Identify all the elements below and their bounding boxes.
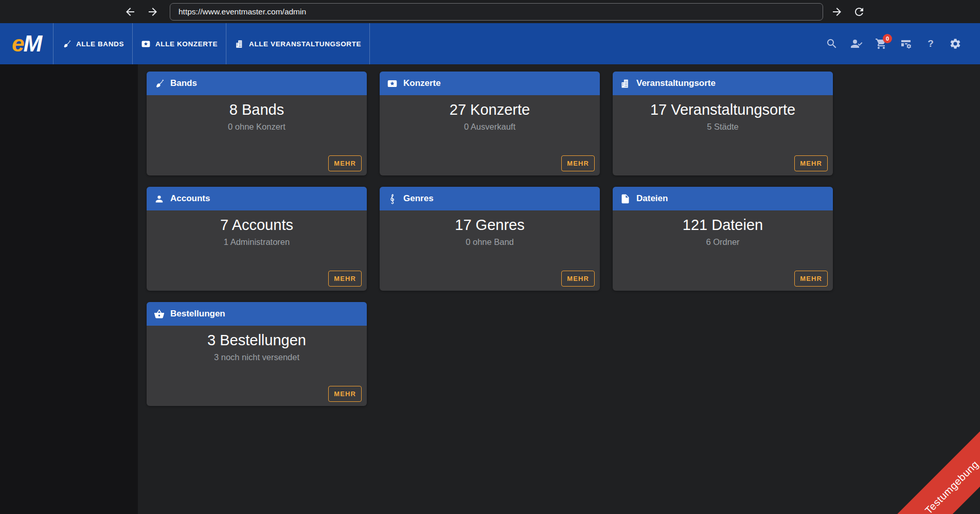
card-header-accounts: Accounts — [147, 187, 367, 210]
table-settings-icon — [900, 38, 912, 50]
cart-count-badge: 0 — [883, 34, 892, 43]
dashboard-cards-grid: Bands8 Bands0 ohne KonzertMEHRKonzerte27… — [147, 72, 833, 406]
treble-clef-icon — [387, 193, 398, 204]
dashboard-card-bands: Bands8 Bands0 ohne KonzertMEHR — [147, 72, 367, 175]
genres-mehr-button[interactable]: MEHR — [561, 271, 595, 287]
browser-forward-button[interactable] — [146, 5, 159, 19]
card-header-veranstaltungsorte: Veranstaltungsorte — [613, 72, 833, 95]
ticket-star-icon — [141, 39, 151, 49]
card-header-label: Veranstaltungsorte — [636, 78, 716, 88]
dashboard-card-genres: Genres17 Genres0 ohne BandMEHR — [380, 187, 600, 291]
card-header-bands: Bands — [147, 72, 367, 95]
navbar-item-label: ALLE VERANSTALTUNGSORTE — [249, 40, 361, 48]
browser-toolbar: https://www.eventmaster.com/admin — [0, 0, 980, 23]
navbar-item-label: ALLE BANDS — [76, 40, 124, 48]
dashboard-card-konzerte: Konzerte27 Konzerte0 AusverkauftMEHR — [380, 72, 600, 175]
dashboard-content: Bands8 Bands0 ohne KonzertMEHRKonzerte27… — [0, 64, 980, 514]
help-button[interactable]: ? — [924, 38, 937, 50]
card-subtitle: 3 noch nicht versendet — [147, 352, 367, 362]
dashboard-card-veranstaltungsorte: Veranstaltungsorte17 Veranstaltungsorte5… — [613, 72, 833, 175]
veranstaltungsorte-mehr-button[interactable]: MEHR — [794, 155, 828, 171]
navbar-actions: 0? — [826, 23, 961, 64]
card-subtitle: 0 ohne Band — [380, 237, 600, 247]
card-header-bestellungen: Bestellungen — [147, 302, 367, 326]
city-icon — [620, 78, 631, 89]
card-title: 17 Genres — [380, 217, 600, 234]
search-button[interactable] — [826, 38, 838, 50]
navbar-items: ALLE BANDSALLE KONZERTEALLE VERANSTALTUN… — [53, 23, 370, 64]
card-header-label: Dateien — [636, 193, 668, 204]
settings-icon — [949, 38, 961, 50]
ticket-star-icon — [387, 78, 398, 89]
basket-icon — [154, 309, 165, 320]
bands-mehr-button[interactable]: MEHR — [328, 155, 362, 171]
card-header-label: Bestellungen — [170, 309, 225, 319]
card-header-label: Bands — [170, 78, 197, 88]
arrow-right-icon — [831, 6, 843, 18]
cart-button[interactable]: 0 — [875, 38, 887, 50]
card-subtitle: 5 Städte — [613, 122, 833, 132]
bestellungen-mehr-button[interactable]: MEHR — [328, 386, 362, 402]
search-icon — [826, 38, 838, 50]
navbar-item-alle-bands[interactable]: ALLE BANDS — [53, 23, 132, 64]
card-subtitle: 6 Ordner — [613, 237, 833, 247]
navbar-item-alle-veranstaltungsorte[interactable]: ALLE VERANSTALTUNGSORTE — [226, 23, 370, 64]
card-header-label: Konzerte — [403, 78, 441, 88]
navbar-item-alle-konzerte[interactable]: ALLE KONZERTE — [132, 23, 226, 64]
person-icon — [154, 193, 165, 204]
card-header-genres: Genres — [380, 187, 600, 210]
card-title: 8 Bands — [147, 101, 367, 118]
account-check-button[interactable] — [850, 38, 863, 50]
svg-text:?: ? — [928, 38, 934, 49]
konzerte-mehr-button[interactable]: MEHR — [561, 155, 595, 171]
card-subtitle: 1 Administratoren — [147, 237, 367, 247]
card-title: 7 Accounts — [147, 217, 367, 234]
card-subtitle: 0 ohne Konzert — [147, 122, 367, 132]
browser-go-button[interactable] — [830, 5, 844, 19]
arrow-left-icon — [124, 6, 136, 18]
arrow-right-icon — [147, 6, 159, 18]
dashboard-card-accounts: Accounts7 Accounts1 AdministratorenMEHR — [147, 187, 367, 291]
refresh-icon — [853, 6, 865, 18]
city-icon — [235, 39, 244, 49]
logo-letter-e: e — [12, 31, 23, 57]
guitar-icon — [62, 39, 72, 49]
card-header-label: Genres — [403, 193, 434, 204]
file-icon — [620, 193, 631, 204]
browser-refresh-button[interactable] — [852, 5, 866, 19]
card-subtitle: 0 Ausverkauft — [380, 122, 600, 132]
app-logo[interactable]: eM — [0, 23, 53, 64]
card-header-konzerte: Konzerte — [380, 72, 600, 95]
card-title: 27 Konzerte — [380, 101, 600, 118]
logo-letter-m: M — [23, 31, 41, 57]
help-icon: ? — [924, 38, 937, 50]
browser-back-button[interactable] — [123, 5, 137, 19]
url-text: https://www.eventmaster.com/admin — [179, 7, 306, 16]
accounts-mehr-button[interactable]: MEHR — [328, 271, 362, 287]
dashboard-card-dateien: Dateien121 Dateien6 OrdnerMEHR — [613, 187, 833, 291]
app-navbar: eM ALLE BANDSALLE KONZERTEALLE VERANSTAL… — [0, 23, 980, 64]
card-header-dateien: Dateien — [613, 187, 833, 210]
card-title: 3 Bestellungen — [147, 332, 367, 349]
navbar-item-label: ALLE KONZERTE — [155, 40, 218, 48]
card-title: 121 Dateien — [613, 217, 833, 234]
settings-button[interactable] — [949, 38, 961, 50]
card-header-label: Accounts — [170, 193, 210, 204]
guitar-icon — [154, 78, 165, 89]
dashboard-card-bestellungen: Bestellungen3 Bestellungen3 noch nicht v… — [147, 302, 367, 406]
account-check-icon — [850, 38, 863, 50]
drawer-strip — [0, 64, 138, 514]
card-title: 17 Veranstaltungsorte — [613, 101, 833, 118]
dateien-mehr-button[interactable]: MEHR — [794, 271, 828, 287]
table-settings-button[interactable] — [900, 38, 912, 50]
url-bar[interactable]: https://www.eventmaster.com/admin — [170, 3, 823, 21]
